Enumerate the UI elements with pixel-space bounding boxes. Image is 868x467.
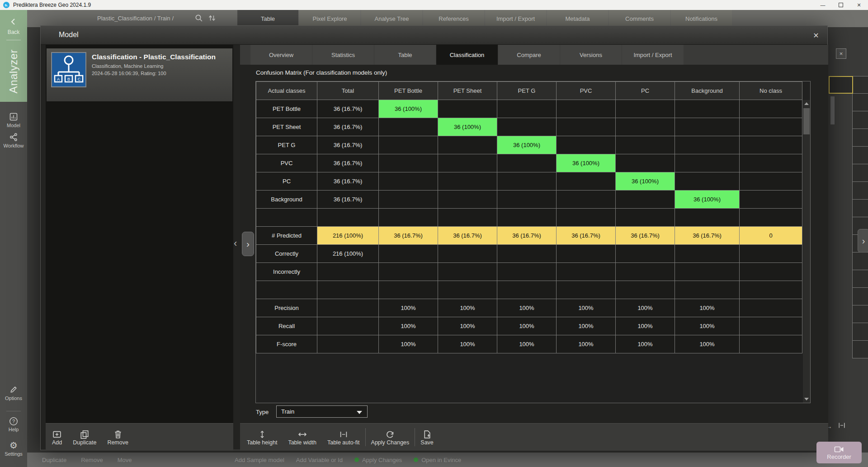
sort-arrows-icon[interactable] bbox=[208, 14, 217, 23]
matrix-cell: 100% bbox=[438, 317, 497, 335]
save-button[interactable]: Save bbox=[415, 424, 439, 451]
breadcrumb[interactable]: Plastic_Classification / Train / bbox=[97, 15, 174, 22]
model-tab-versions[interactable]: Versions bbox=[560, 45, 622, 65]
matrix-header-row: Actual classesTotalPET BottlePET SheetPE… bbox=[256, 82, 802, 100]
sidebar-item-settings[interactable]: ⚙Settings bbox=[0, 441, 27, 457]
matrix-col-header-background: Background bbox=[675, 82, 740, 100]
background-table-cell bbox=[852, 111, 868, 129]
status-item-remove[interactable]: Remove bbox=[81, 457, 103, 463]
matrix-cell bbox=[497, 281, 557, 299]
table-height-button[interactable]: Table height bbox=[241, 424, 283, 451]
model-tab-compare[interactable]: Compare bbox=[498, 45, 560, 65]
sidebar-item-options[interactable]: Options bbox=[0, 385, 27, 401]
sidebar-item-model[interactable]: Model bbox=[0, 112, 27, 128]
model-list-tools: AddDuplicateRemove bbox=[47, 424, 134, 451]
top-tab-references[interactable]: References bbox=[423, 10, 484, 27]
matrix-cell bbox=[616, 154, 675, 172]
matrix-row-label: PET Bottle bbox=[256, 100, 317, 118]
matrix-row-label: F-score bbox=[256, 335, 317, 353]
model-tab-overview[interactable]: Overview bbox=[250, 45, 312, 65]
maximize-button[interactable] bbox=[832, 0, 850, 10]
model-list-toolbar: AddDuplicateRemove Open bbox=[46, 423, 233, 451]
dialog-close-icon[interactable]: ✕ bbox=[810, 30, 822, 41]
matrix-cell bbox=[557, 209, 616, 227]
matrix-cell: 36 (16.7%) bbox=[616, 227, 675, 245]
table-width-button[interactable]: Table width bbox=[283, 424, 322, 451]
matrix-cell: 36 (16.7%) bbox=[497, 227, 557, 245]
recorder-button[interactable]: Recorder bbox=[816, 442, 862, 463]
duplicate-icon bbox=[80, 429, 90, 439]
top-tab-table[interactable]: Table bbox=[237, 10, 298, 27]
matrix-row-label: # Predicted bbox=[256, 227, 317, 245]
top-tab-notifications[interactable]: Notifications bbox=[671, 10, 732, 27]
background-panel-close-icon[interactable]: × bbox=[836, 48, 846, 59]
scroll-up-icon[interactable] bbox=[804, 102, 809, 105]
matrix-cell: 36 (100%) bbox=[616, 172, 675, 191]
remove-button[interactable]: Remove bbox=[102, 424, 134, 451]
matrix-cell: 100% bbox=[675, 299, 740, 317]
tool-label: Add bbox=[52, 439, 62, 446]
model-card[interactable]: A B C Classification - Plastic_Classific… bbox=[47, 48, 232, 102]
matrix-cell bbox=[740, 172, 802, 191]
minimize-button[interactable]: — bbox=[814, 0, 832, 10]
table-auto-fit-button[interactable]: Table auto-fit bbox=[322, 424, 365, 451]
save-icon bbox=[422, 429, 432, 439]
svg-text:C: C bbox=[78, 77, 81, 81]
close-button[interactable]: ✕ bbox=[850, 0, 868, 10]
matrix-cell bbox=[497, 263, 557, 281]
matrix-cell bbox=[497, 100, 557, 118]
table-row bbox=[256, 281, 802, 299]
sidebar-item-help[interactable]: ?Help bbox=[0, 416, 27, 432]
sidebar-item-workflow[interactable]: Workflow bbox=[0, 133, 27, 148]
scrollbar-thumb[interactable] bbox=[803, 108, 810, 134]
matrix-cell bbox=[438, 100, 497, 118]
table-scrollbar[interactable] bbox=[803, 100, 810, 403]
status-item-apply-changes[interactable]: Apply Changes bbox=[354, 457, 402, 463]
status-item-move[interactable]: Move bbox=[118, 457, 132, 463]
table-width-icon bbox=[297, 429, 307, 439]
matrix-cell bbox=[438, 154, 497, 172]
analyzer-section[interactable]: Back Analyzer bbox=[0, 10, 27, 102]
top-tab-analyse-tree[interactable]: Analyse Tree bbox=[361, 10, 422, 27]
status-item-add-sample-model[interactable]: Add Sample model bbox=[235, 457, 284, 463]
dialog-header: Model ✕ bbox=[41, 26, 827, 45]
confusion-matrix-container: Actual classesTotalPET BottlePET SheetPE… bbox=[255, 81, 811, 403]
top-tab-import-export[interactable]: Import / Export bbox=[485, 10, 546, 27]
matrix-cell bbox=[616, 118, 675, 136]
model-tab-import-export[interactable]: Import / Export bbox=[622, 45, 684, 65]
collapse-left-chevron-icon[interactable]: ‹ bbox=[234, 238, 237, 249]
model-tab-classification[interactable]: Classification bbox=[436, 45, 498, 65]
edge-expand-button[interactable]: › bbox=[858, 229, 868, 253]
matrix-cell bbox=[379, 281, 438, 299]
apply-changes-button[interactable]: Apply Changes bbox=[366, 424, 415, 451]
status-item-open-in-evince[interactable]: Open in Evince bbox=[414, 457, 461, 463]
type-dropdown[interactable]: Train bbox=[276, 405, 368, 418]
status-item-duplicate[interactable]: Duplicate bbox=[42, 457, 66, 463]
back-label[interactable]: Back bbox=[0, 29, 27, 35]
matrix-cell bbox=[557, 172, 616, 191]
matrix-cell bbox=[675, 263, 740, 281]
matrix-row-label bbox=[256, 281, 317, 299]
svg-text:A: A bbox=[57, 77, 60, 81]
model-tabs: OverviewStatisticsTableClassificationCom… bbox=[250, 45, 684, 65]
top-tab-pixel-explore[interactable]: Pixel Explore bbox=[299, 10, 360, 27]
status-item-add-variable-or-id[interactable]: Add Variable or Id bbox=[296, 457, 343, 463]
tool-label: Table width bbox=[288, 439, 316, 446]
matrix-cell bbox=[317, 263, 379, 281]
model-tab-statistics[interactable]: Statistics bbox=[312, 45, 374, 65]
matrix-cell bbox=[616, 136, 675, 154]
model-tab-table[interactable]: Table bbox=[374, 45, 436, 65]
background-scrollbar-thumb[interactable] bbox=[830, 96, 835, 124]
add-button[interactable]: Add bbox=[47, 424, 67, 451]
top-tab-comments[interactable]: Comments bbox=[609, 10, 670, 27]
expand-right-chevron-button[interactable]: › bbox=[242, 232, 254, 256]
back-chevron-icon[interactable] bbox=[9, 17, 18, 26]
table-row: PET Sheet36 (16.7%)36 (100%) bbox=[256, 118, 802, 136]
matrix-row-label: Precision bbox=[256, 299, 317, 317]
background-table-cell bbox=[852, 129, 868, 147]
scroll-down-icon[interactable] bbox=[804, 398, 809, 400]
search-icon[interactable] bbox=[194, 14, 203, 23]
matrix-cell bbox=[616, 263, 675, 281]
duplicate-button[interactable]: Duplicate bbox=[67, 424, 102, 451]
top-tab-metadata[interactable]: Metadata bbox=[547, 10, 608, 27]
